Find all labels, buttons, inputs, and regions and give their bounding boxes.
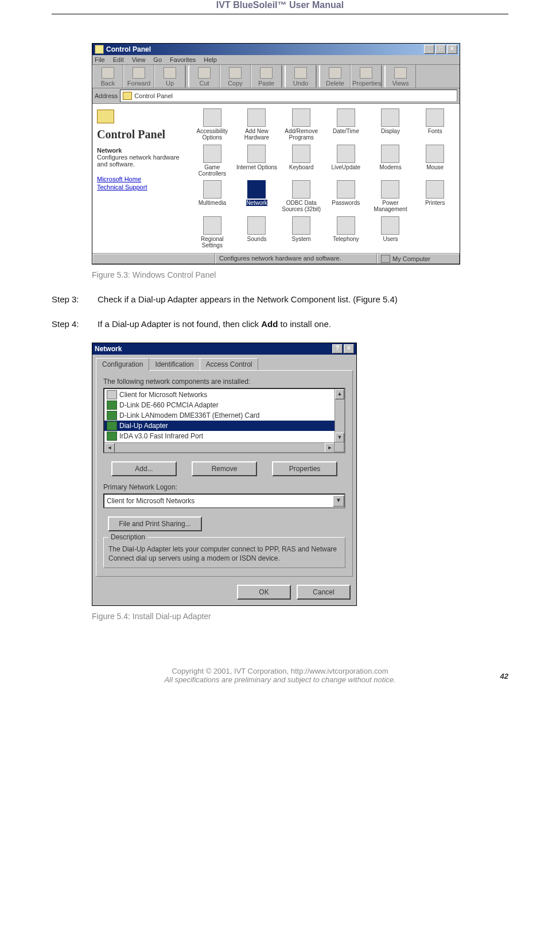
control-panel-item[interactable]: Power Management bbox=[370, 180, 412, 213]
cut-button[interactable]: Cut bbox=[189, 65, 220, 88]
address-input[interactable]: Control Panel bbox=[120, 90, 457, 102]
link-technical-support[interactable]: Technical Support bbox=[97, 184, 183, 191]
remove-button[interactable]: Remove bbox=[192, 461, 257, 476]
primary-logon-label: Primary Network Logon: bbox=[103, 483, 345, 491]
applet-icon bbox=[381, 108, 399, 127]
control-panel-item[interactable]: Keyboard bbox=[280, 145, 322, 177]
status-cell-empty bbox=[92, 254, 215, 264]
ok-button[interactable]: OK bbox=[237, 585, 291, 600]
applet-icon bbox=[292, 108, 310, 127]
list-item-label: D-Link LANmodem DME336T (Ethernet) Card bbox=[119, 411, 260, 419]
window-titlebar: Control Panel _ □ × bbox=[92, 44, 460, 55]
link-microsoft-home[interactable]: Microsoft Home bbox=[97, 176, 183, 182]
status-description: Configures network hardware and software… bbox=[215, 254, 377, 264]
applet-icon bbox=[247, 216, 266, 235]
menu-favorites[interactable]: Favorites bbox=[170, 56, 196, 63]
applet-label: Keyboard bbox=[280, 164, 322, 170]
list-item[interactable]: Client for Microsoft Networks bbox=[104, 390, 344, 400]
description-groupbox: Description The Dial-Up Adapter lets you… bbox=[103, 537, 345, 568]
list-item[interactable]: IrDA v3.0 Fast Infrared Port bbox=[104, 431, 344, 441]
menu-view[interactable]: View bbox=[132, 56, 146, 63]
applet-label: Fonts bbox=[414, 128, 456, 134]
menu-file[interactable]: File bbox=[95, 56, 105, 63]
list-item[interactable]: D-Link DE-660 PCMCIA Adapter bbox=[104, 400, 344, 410]
control-panel-item[interactable]: Users bbox=[370, 216, 412, 249]
list-item-label: D-Link DE-660 PCMCIA Adapter bbox=[119, 401, 219, 409]
control-panel-item[interactable]: Multimedia bbox=[191, 180, 234, 213]
menu-edit[interactable]: Edit bbox=[113, 56, 124, 63]
maximize-button[interactable]: □ bbox=[435, 45, 446, 54]
dropdown-icon[interactable]: ▼ bbox=[333, 495, 344, 507]
applet-label: Game Controllers bbox=[191, 164, 234, 177]
minimize-button[interactable]: _ bbox=[424, 45, 434, 54]
cancel-button[interactable]: Cancel bbox=[297, 585, 351, 600]
control-panel-item[interactable]: Telephony bbox=[325, 216, 367, 249]
system-icon bbox=[95, 45, 104, 54]
back-button[interactable]: Back bbox=[92, 65, 123, 88]
control-panel-item[interactable]: Mouse bbox=[414, 145, 456, 177]
applet-label: LiveUpdate bbox=[325, 164, 367, 170]
control-panel-item[interactable]: Fonts bbox=[414, 108, 456, 141]
applet-icon bbox=[381, 145, 399, 163]
forward-button[interactable]: Forward bbox=[123, 65, 154, 88]
tab-identification[interactable]: Identification bbox=[149, 358, 200, 370]
control-panel-item[interactable]: Date/Time bbox=[325, 108, 367, 141]
document-footer: Copyright © 2001, IVT Corporation, http:… bbox=[52, 667, 508, 684]
applet-icon bbox=[337, 108, 355, 127]
applet-label: Add New Hardware bbox=[236, 128, 278, 141]
properties-button[interactable]: Properties bbox=[351, 65, 382, 88]
network-dialog: Network ? × Configuration Identification… bbox=[92, 343, 357, 606]
network-components-listbox[interactable]: Client for Microsoft NetworksD-Link DE-6… bbox=[103, 388, 345, 453]
applet-label: Network bbox=[246, 200, 267, 206]
control-panel-item[interactable]: Display bbox=[370, 108, 412, 141]
copy-button[interactable]: Copy bbox=[220, 65, 251, 88]
control-panel-item[interactable]: Modems bbox=[370, 145, 412, 177]
applet-icon bbox=[292, 180, 310, 199]
control-panel-item[interactable]: Add New Hardware bbox=[236, 108, 278, 141]
vertical-scrollbar[interactable]: ▲ ▼ bbox=[335, 389, 344, 443]
control-panel-item[interactable]: Accessibility Options bbox=[191, 108, 234, 141]
primary-logon-dropdown[interactable]: Client for Microsoft Networks ▼ bbox=[103, 493, 345, 508]
add-button[interactable]: Add... bbox=[111, 461, 177, 476]
tab-configuration[interactable]: Configuration bbox=[96, 358, 149, 371]
delete-button[interactable]: Delete bbox=[320, 65, 351, 88]
control-panel-item[interactable]: Regional Settings bbox=[191, 216, 234, 249]
tab-access-control[interactable]: Access Control bbox=[200, 358, 259, 370]
paste-button[interactable]: Paste bbox=[251, 65, 282, 88]
control-panel-item[interactable]: Add/Remove Programs bbox=[280, 108, 322, 141]
menu-go[interactable]: Go bbox=[153, 56, 162, 63]
control-panel-item[interactable]: Internet Options bbox=[236, 145, 278, 177]
control-panel-icon-grid: Accessibility OptionsAdd New HardwareAdd… bbox=[188, 104, 460, 253]
horizontal-scrollbar[interactable]: ◄ ► bbox=[104, 442, 335, 452]
control-panel-item[interactable]: LiveUpdate bbox=[325, 145, 367, 177]
list-item[interactable]: D-Link LANmodem DME336T (Ethernet) Card bbox=[104, 410, 344, 421]
close-button[interactable]: × bbox=[344, 344, 354, 353]
menu-help[interactable]: Help bbox=[204, 56, 217, 63]
scroll-up-button[interactable]: ▲ bbox=[335, 389, 344, 399]
applet-label: Users bbox=[370, 236, 412, 242]
views-button[interactable]: Views bbox=[385, 65, 416, 88]
step-label: Step 3: bbox=[52, 294, 98, 304]
up-button[interactable]: Up bbox=[154, 65, 185, 88]
applet-label: Telephony bbox=[325, 236, 367, 242]
tab-panel-configuration: The following network components are ins… bbox=[96, 370, 353, 577]
properties-button[interactable]: Properties bbox=[272, 461, 337, 476]
control-panel-item[interactable]: ODBC Data Sources (32bit) bbox=[280, 180, 322, 213]
close-button[interactable]: × bbox=[447, 45, 457, 54]
copy-icon bbox=[229, 67, 242, 79]
control-panel-item[interactable]: System bbox=[280, 216, 322, 249]
undo-button[interactable]: Undo bbox=[285, 65, 316, 88]
help-button[interactable]: ? bbox=[332, 344, 343, 353]
control-panel-item[interactable]: Network bbox=[236, 180, 278, 213]
applet-label: Add/Remove Programs bbox=[280, 128, 322, 141]
control-panel-item[interactable]: Printers bbox=[414, 180, 456, 213]
list-item[interactable]: Dial-Up Adapter bbox=[104, 421, 344, 431]
control-panel-item[interactable]: Sounds bbox=[236, 216, 278, 249]
adapter-icon bbox=[107, 401, 117, 410]
dialog-titlebar: Network ? × bbox=[92, 343, 356, 355]
control-panel-item[interactable]: Game Controllers bbox=[191, 145, 234, 177]
scroll-left-button[interactable]: ◄ bbox=[104, 443, 115, 453]
control-panel-item[interactable]: Passwords bbox=[325, 180, 367, 213]
file-print-sharing-button[interactable]: File and Print Sharing... bbox=[108, 516, 202, 531]
address-bar: Address Control Panel bbox=[92, 88, 460, 104]
